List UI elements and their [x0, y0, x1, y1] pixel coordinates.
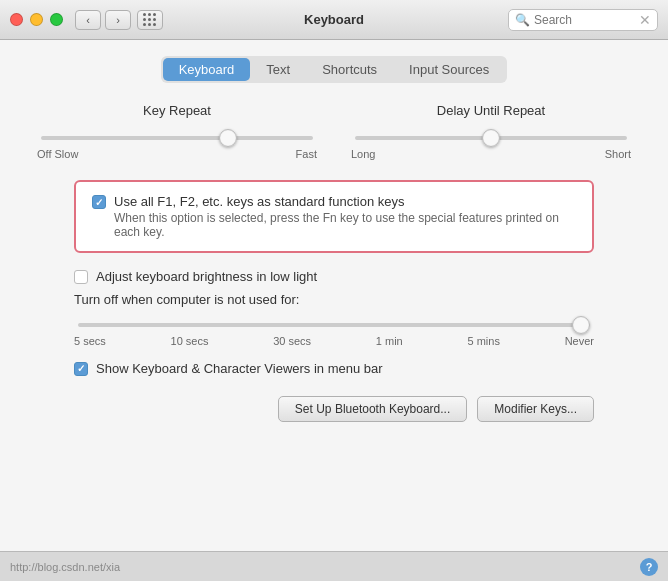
tab-text[interactable]: Text — [250, 58, 306, 81]
key-repeat-right-label: Fast — [296, 148, 317, 160]
tab-input-sources[interactable]: Input Sources — [393, 58, 505, 81]
time-labels: 5 secs 10 secs 30 secs 1 min 5 mins Neve… — [74, 335, 594, 347]
time-label-1: 10 secs — [171, 335, 209, 347]
time-label-2: 30 secs — [273, 335, 311, 347]
brightness-checkbox[interactable] — [74, 270, 88, 284]
show-kbd-checkbox[interactable]: ✓ — [74, 362, 88, 376]
delay-repeat-left-label: Long — [351, 148, 375, 160]
brightness-row: Adjust keyboard brightness in low light — [74, 269, 594, 284]
show-kbd-checkmark-icon: ✓ — [77, 363, 85, 374]
window-title: Keyboard — [304, 12, 364, 27]
delay-repeat-slider[interactable] — [355, 136, 627, 140]
back-button[interactable]: ‹ — [75, 10, 101, 30]
sliders-row: Key Repeat Off Slow Fast Delay Until Rep… — [20, 103, 648, 160]
titlebar: ‹ › Keyboard 🔍 ✕ — [0, 0, 668, 40]
tab-keyboard[interactable]: Keyboard — [163, 58, 251, 81]
key-repeat-slider[interactable] — [41, 136, 313, 140]
delay-repeat-right-label: Short — [605, 148, 631, 160]
search-bar[interactable]: 🔍 ✕ — [508, 9, 658, 31]
key-repeat-group: Key Repeat Off Slow Fast — [37, 103, 317, 160]
show-kbd-label: Show Keyboard & Character Viewers in men… — [96, 361, 383, 376]
main-content: Keyboard Text Shortcuts Input Sources Ke… — [0, 40, 668, 551]
key-repeat-range-labels: Off Slow Fast — [37, 148, 317, 160]
traffic-lights — [10, 13, 63, 26]
time-label-5: Never — [565, 335, 594, 347]
time-label-3: 1 min — [376, 335, 403, 347]
minimize-button[interactable] — [30, 13, 43, 26]
key-repeat-left-label: Off Slow — [37, 148, 78, 160]
bluetooth-button[interactable]: Set Up Bluetooth Keyboard... — [278, 396, 467, 422]
search-input[interactable] — [534, 13, 639, 27]
forward-button[interactable]: › — [105, 10, 131, 30]
delay-repeat-group: Delay Until Repeat Long Short — [351, 103, 631, 160]
tab-shortcuts[interactable]: Shortcuts — [306, 58, 393, 81]
modifier-keys-button[interactable]: Modifier Keys... — [477, 396, 594, 422]
timeout-slider[interactable] — [78, 323, 590, 327]
turn-off-label: Turn off when computer is not used for: — [74, 292, 594, 307]
close-button[interactable] — [10, 13, 23, 26]
apps-button[interactable] — [137, 10, 163, 30]
maximize-button[interactable] — [50, 13, 63, 26]
nav-buttons: ‹ › — [75, 10, 131, 30]
bottom-buttons: Set Up Bluetooth Keyboard... Modifier Ke… — [74, 396, 594, 422]
brightness-label: Adjust keyboard brightness in low light — [96, 269, 317, 284]
fn-keys-row: ✓ Use all F1, F2, etc. keys as standard … — [92, 194, 576, 239]
clear-search-icon[interactable]: ✕ — [639, 12, 651, 28]
fn-keys-main-text: Use all F1, F2, etc. keys as standard fu… — [114, 194, 576, 209]
delay-repeat-label: Delay Until Repeat — [437, 103, 545, 118]
help-button[interactable]: ? — [640, 558, 658, 576]
checkmark-icon: ✓ — [95, 197, 103, 208]
watermark-text: http://blog.csdn.net/xia — [10, 561, 120, 573]
timeout-slider-container — [74, 313, 594, 331]
time-label-0: 5 secs — [74, 335, 106, 347]
tab-bar: Keyboard Text Shortcuts Input Sources — [161, 56, 508, 83]
key-repeat-label: Key Repeat — [143, 103, 211, 118]
time-label-4: 5 mins — [467, 335, 499, 347]
grid-icon — [143, 13, 157, 27]
bottom-bar: http://blog.csdn.net/xia ? — [0, 551, 668, 581]
fn-keys-panel: ✓ Use all F1, F2, etc. keys as standard … — [74, 180, 594, 253]
fn-keys-text-group: Use all F1, F2, etc. keys as standard fu… — [114, 194, 576, 239]
show-kbd-row: ✓ Show Keyboard & Character Viewers in m… — [74, 361, 594, 376]
delay-repeat-range-labels: Long Short — [351, 148, 631, 160]
fn-keys-checkbox[interactable]: ✓ — [92, 195, 106, 209]
search-icon: 🔍 — [515, 13, 530, 27]
fn-keys-sub-text: When this option is selected, press the … — [114, 211, 576, 239]
